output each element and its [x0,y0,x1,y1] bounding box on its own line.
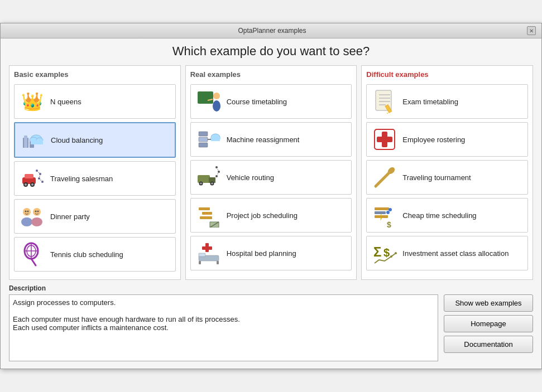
cloudbalancing-button[interactable]: Cloud balancing [14,122,176,158]
svg-point-11 [25,183,27,186]
svg-rect-36 [199,143,208,147]
nqueens-label: N queens [50,98,81,106]
svg-text:$: $ [383,246,390,259]
blackboard-icon [195,88,222,115]
crown-icon: 👑 [19,88,46,115]
window-title: OptaPlanner examples [17,27,527,35]
svg-rect-6 [31,140,43,144]
medical-cross-icon [371,126,398,153]
machinereassignment-label: Machine reassignment [227,135,300,144]
svg-point-47 [211,182,213,185]
difficult-examples-title: Difficult examples [366,70,528,80]
vehicle-routing-icon [195,164,222,191]
vehiclerouting-label: Vehicle routing [227,173,274,182]
svg-marker-68 [387,113,389,114]
car-map-icon [19,165,46,192]
svg-point-45 [200,182,202,185]
svg-text:$: $ [387,220,391,228]
basic-examples-panel: Basic examples 👑 N queens [9,65,181,280]
travelingsalesman-button[interactable]: Traveling salesman [14,161,176,196]
cheap-time-icon: $ [371,202,398,229]
coursetimetabling-button[interactable]: Course timetabling [190,84,352,119]
project-schedule-icon [195,202,222,229]
examtimetabling-button[interactable]: Exam timetabling [366,84,528,119]
svg-rect-60 [199,261,201,264]
hospitalbedplanning-button[interactable]: Hospital bed planning [190,236,352,270]
cheaptimescheduling-label: Cheap time scheduling [402,211,476,220]
projectjob-button[interactable]: Project job scheduling [190,198,352,233]
svg-point-32 [213,100,220,112]
svg-rect-40 [211,138,220,141]
tennisclub-button[interactable]: Tennis club scheduling [14,237,176,272]
investmentasset-label: Investment asset class allocation [402,249,509,258]
documentation-button[interactable]: Documentation [444,336,533,353]
exam-paper-icon [371,88,398,115]
travelingtournament-button[interactable]: Traveling tournament [366,160,528,195]
homepage-button[interactable]: Homepage [444,315,533,332]
svg-rect-71 [377,137,392,142]
investmentasset-button[interactable]: Σ $ Investment asset class allocation [366,236,528,270]
svg-point-50 [215,175,218,177]
cloud-buildings-icon [20,127,46,153]
vehiclerouting-button[interactable]: Vehicle routing [190,160,352,195]
svg-point-24 [37,211,39,212]
svg-rect-1 [24,135,27,148]
dinnerparty-label: Dinner party [50,212,90,221]
tennis-racket-icon [19,241,46,268]
people-faces-icon [19,203,46,230]
svg-rect-53 [200,216,212,219]
svg-point-78 [386,211,390,214]
dinnerparty-button[interactable]: Dinner party [14,199,176,234]
svg-point-84 [395,252,397,254]
nqueens-button[interactable]: 👑 N queens [14,84,176,119]
svg-rect-30 [198,91,213,104]
svg-rect-52 [202,212,212,215]
travelingtournament-label: Traveling tournament [402,173,471,182]
machines-icon [195,126,222,153]
svg-point-12 [31,183,33,186]
examples-area: Basic examples 👑 N queens [9,65,533,280]
hospital-bed-icon [195,240,222,267]
basic-examples-title: Basic examples [14,70,176,80]
cloudbalancing-label: Cloud balancing [51,136,103,144]
svg-point-49 [218,171,220,173]
real-examples-panel: Real examples Course timeta [185,65,357,280]
svg-rect-57 [202,246,212,250]
svg-rect-59 [199,253,205,257]
title-bar: OptaPlanner examples ✕ [1,23,541,38]
svg-point-83 [390,255,392,258]
hospitalbedplanning-label: Hospital bed planning [227,249,296,258]
investment-icon: Σ $ [371,240,398,267]
svg-rect-75 [375,211,386,214]
svg-rect-74 [375,207,389,210]
main-content: Which example do you want to see? Basic … [1,38,541,369]
svg-point-21 [25,211,27,212]
svg-rect-61 [217,261,219,264]
examtimetabling-label: Exam timetabling [402,98,458,106]
description-panel: Description [9,284,438,363]
employeerostering-label: Employee rostering [402,135,465,144]
employeerostering-button[interactable]: Employee rostering [366,122,528,157]
svg-point-15 [38,177,40,180]
svg-point-31 [213,93,220,99]
baseball-bat-icon [371,164,398,191]
real-examples-title: Real examples [190,70,352,80]
page-title: Which example do you want to see? [9,44,533,59]
machinereassignment-button[interactable]: Machine reassignment [190,122,352,157]
travelingsalesman-label: Traveling salesman [50,175,113,183]
description-text [9,294,438,361]
main-window: OptaPlanner examples ✕ Which example do … [0,23,542,369]
svg-point-19 [21,217,32,226]
svg-rect-8 [25,174,33,178]
svg-rect-51 [199,207,210,210]
close-button[interactable]: ✕ [527,26,536,35]
svg-point-14 [39,173,41,175]
bottom-area: Description Show web examples Homepage D… [9,284,533,363]
cheaptimescheduling-button[interactable]: $ Cheap time scheduling [366,198,528,233]
tennisclub-label: Tennis club scheduling [50,250,123,259]
difficult-examples-panel: Difficult examples [361,65,533,280]
show-web-examples-button[interactable]: Show web examples [444,294,533,312]
projectjob-label: Project job scheduling [227,211,298,220]
svg-point-16 [41,181,44,183]
svg-point-23 [35,211,37,212]
